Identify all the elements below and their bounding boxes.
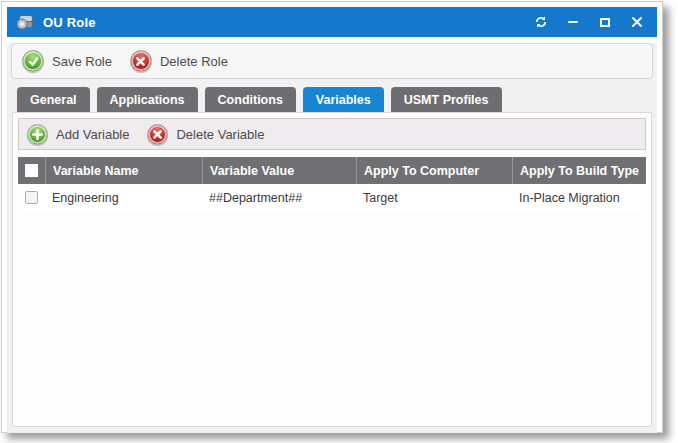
column-header-apply-to-computer[interactable]: Apply To Computer [356,157,512,184]
save-icon [22,50,44,72]
tab-general[interactable]: General [17,87,90,112]
tab-bar: General Applications Conditions Variable… [17,87,653,112]
row-checkbox[interactable] [18,191,45,204]
save-role-label: Save Role [52,54,112,69]
role-toolbar: Save Role Delete Role [11,43,653,79]
variables-tab-panel: Add Variable Delete Variable Vari [12,112,652,427]
column-header-variable-value[interactable]: Variable Value [202,157,356,184]
window-title: OU Role [43,15,96,30]
cell-variable-name: Engineering [45,191,202,205]
delete-icon [147,124,168,145]
close-icon[interactable] [629,14,645,30]
table-row[interactable]: Engineering ##Department## Target In-Pla… [18,184,646,211]
table-header: Variable Name Variable Value Apply To Co… [18,157,646,184]
screen: OU Role [0,0,678,443]
tab-applications[interactable]: Applications [97,87,198,112]
variables-toolbar: Add Variable Delete Variable [18,118,646,150]
refresh-icon[interactable] [533,14,549,30]
cell-apply-to-build-type: In-Place Migration [512,191,646,205]
add-icon [27,124,48,145]
delete-role-button[interactable]: Delete Role [130,50,228,72]
app-icon [15,13,35,31]
tab-variables[interactable]: Variables [303,87,384,112]
maximize-icon[interactable] [597,14,613,30]
window-controls [533,14,645,30]
cell-apply-to-computer: Target [356,191,512,205]
titlebar: OU Role [7,7,657,37]
select-all-checkbox[interactable] [18,157,45,184]
delete-variable-button[interactable]: Delete Variable [147,124,264,145]
cell-variable-value: ##Department## [202,191,356,205]
tab-usmt-profiles[interactable]: USMT Profiles [391,87,502,112]
tab-conditions[interactable]: Conditions [205,87,296,112]
column-header-variable-name[interactable]: Variable Name [45,157,202,184]
column-header-apply-to-build-type[interactable]: Apply To Build Type [512,157,646,184]
delete-icon [130,50,152,72]
delete-role-label: Delete Role [160,54,228,69]
minimize-icon[interactable] [565,14,581,30]
save-role-button[interactable]: Save Role [22,50,112,72]
add-variable-label: Add Variable [56,127,129,142]
add-variable-button[interactable]: Add Variable [27,124,129,145]
delete-variable-label: Delete Variable [176,127,264,142]
window-content: Save Role Delete Role General Applicatio… [7,43,657,433]
ou-role-window: OU Role [1,1,663,433]
